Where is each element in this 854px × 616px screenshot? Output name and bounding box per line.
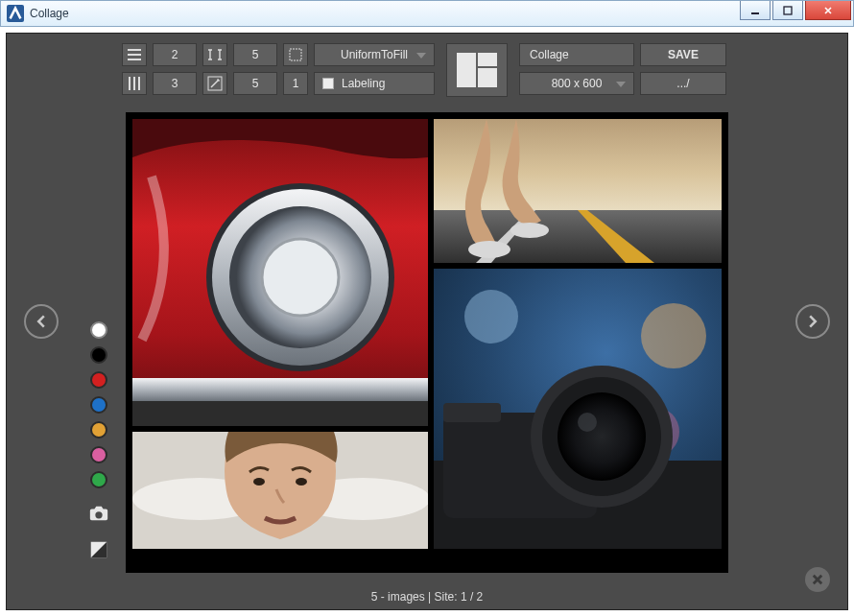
svg-rect-18 (132, 378, 428, 401)
labeling-checkbox[interactable]: Labeling (314, 72, 435, 95)
rows-icon-button[interactable] (122, 43, 147, 66)
filename-input[interactable]: Collage (519, 43, 634, 66)
border-icon[interactable] (283, 43, 308, 66)
app-body: 2 3 5 5 1 UniformToFill Labeling C (6, 33, 848, 610)
window-title: Collage (30, 7, 69, 20)
svg-rect-4 (128, 59, 141, 60)
layout-preset-button[interactable] (446, 43, 508, 97)
margin-value[interactable]: 5 (233, 72, 277, 95)
swatch-orange[interactable] (90, 421, 107, 438)
svg-rect-2 (128, 49, 141, 51)
swatch-white[interactable] (90, 321, 107, 339)
toolbar: 2 3 5 5 1 UniformToFill Labeling C (122, 43, 732, 97)
svg-point-17 (262, 239, 339, 316)
svg-rect-19 (132, 401, 428, 426)
save-button[interactable]: SAVE (640, 43, 726, 66)
svg-rect-11 (478, 53, 497, 66)
collage-cell-4[interactable] (132, 432, 428, 549)
collage-cell-1[interactable] (132, 119, 428, 426)
svg-rect-32 (443, 403, 501, 422)
camera-icon[interactable] (87, 502, 110, 525)
svg-rect-3 (128, 54, 141, 56)
svg-rect-6 (133, 77, 135, 90)
diag-icon[interactable] (202, 72, 227, 95)
rows-value[interactable]: 2 (153, 43, 197, 66)
svg-point-35 (557, 392, 646, 481)
prev-page-button[interactable] (24, 304, 59, 339)
swatch-black[interactable] (90, 346, 107, 364)
svg-point-40 (253, 478, 265, 486)
swatch-pink[interactable] (90, 446, 107, 463)
collage-cell-3[interactable] (434, 269, 722, 549)
contrast-icon[interactable] (87, 538, 110, 561)
gap-value[interactable]: 5 (233, 43, 277, 66)
svg-rect-5 (129, 77, 130, 90)
window-titlebar: Collage (0, 0, 854, 27)
color-palette (87, 321, 110, 561)
svg-point-27 (464, 290, 518, 344)
path-button[interactable]: .../ (640, 72, 726, 95)
svg-point-28 (641, 303, 706, 368)
swatch-blue[interactable] (90, 396, 107, 414)
status-bar: 5 - images | Site: 1 / 2 (7, 590, 847, 604)
window-minimize-button[interactable] (740, 1, 771, 20)
cols-icon-button[interactable] (122, 72, 147, 95)
svg-rect-12 (478, 68, 497, 87)
app-icon (7, 5, 24, 22)
cols-value[interactable]: 3 (153, 72, 197, 95)
svg-point-36 (578, 413, 597, 432)
svg-point-25 (510, 223, 549, 238)
swatch-green[interactable] (90, 471, 107, 488)
clear-button[interactable] (805, 567, 830, 592)
labeling-label: Labeling (342, 77, 385, 90)
stretch-mode-dropdown[interactable]: UniformToFill (314, 43, 435, 66)
window-close-button[interactable] (805, 1, 851, 20)
svg-rect-10 (457, 53, 476, 87)
svg-rect-7 (138, 77, 140, 90)
svg-rect-0 (751, 12, 759, 14)
svg-point-24 (468, 241, 510, 258)
size-dropdown[interactable]: 800 x 600 (519, 72, 634, 95)
window-maximize-button[interactable] (772, 1, 803, 20)
size-label: 800 x 600 (552, 77, 603, 90)
gap-icon[interactable] (202, 43, 227, 66)
collage-cell-2[interactable] (434, 119, 722, 263)
svg-point-41 (296, 478, 307, 486)
svg-rect-1 (784, 7, 792, 14)
filename-text: Collage (530, 48, 569, 61)
border-value-box[interactable]: 1 (283, 72, 308, 95)
collage-stage (126, 112, 728, 573)
stretch-mode-label: UniformToFill (341, 48, 408, 61)
swatch-red[interactable] (90, 371, 107, 389)
svg-rect-9 (290, 49, 301, 60)
next-page-button[interactable] (795, 304, 830, 339)
checkbox-icon (322, 78, 334, 89)
